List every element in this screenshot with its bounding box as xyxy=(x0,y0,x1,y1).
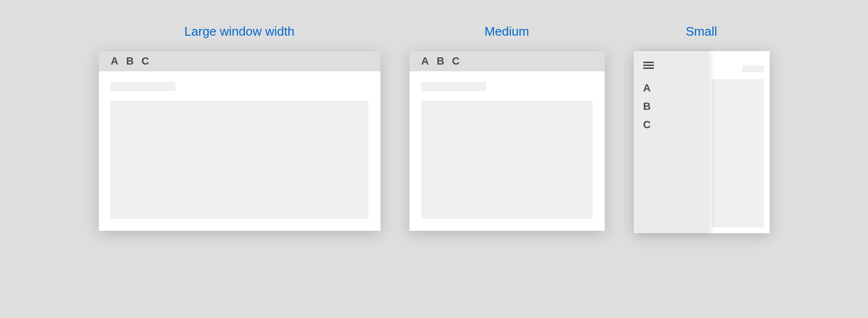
placeholder-body xyxy=(110,101,368,219)
drawer-item-c[interactable]: C xyxy=(643,119,699,131)
caption-large: Large window width xyxy=(184,24,294,39)
window-medium: A B C xyxy=(409,51,605,231)
window-large: A B C xyxy=(99,51,380,231)
drawer-item-b[interactable]: B xyxy=(643,100,699,113)
caption-small: Small xyxy=(686,24,717,39)
diagram-container: Large window width A B C Medium A B C xyxy=(0,0,868,233)
topbar-medium: A B C xyxy=(409,51,605,71)
placeholder-heading xyxy=(742,66,764,72)
svg-rect-2 xyxy=(643,67,654,69)
content-large xyxy=(99,71,380,229)
tab-b[interactable]: B xyxy=(436,55,444,67)
nav-drawer: A B C xyxy=(634,51,709,233)
topbar-large: A B C xyxy=(99,51,380,71)
window-small: A B C xyxy=(634,51,770,233)
tab-b[interactable]: B xyxy=(126,55,134,67)
example-small: Small A B C xyxy=(634,24,770,233)
svg-rect-0 xyxy=(643,62,654,63)
placeholder-body xyxy=(712,79,764,227)
example-large: Large window width A B C xyxy=(99,24,380,231)
placeholder-body xyxy=(421,101,593,219)
content-medium xyxy=(409,71,605,229)
tab-a[interactable]: A xyxy=(421,55,429,67)
tab-c[interactable]: C xyxy=(452,55,460,67)
drawer-item-a[interactable]: A xyxy=(643,82,699,94)
hamburger-icon[interactable] xyxy=(643,62,654,69)
drawer-items: A B C xyxy=(643,82,699,131)
svg-rect-1 xyxy=(643,65,654,66)
tab-c[interactable]: C xyxy=(141,55,149,67)
placeholder-heading xyxy=(110,82,176,91)
small-body: A B C xyxy=(634,51,770,233)
placeholder-heading xyxy=(421,82,486,91)
caption-medium: Medium xyxy=(485,24,529,39)
tab-a[interactable]: A xyxy=(111,55,119,67)
example-medium: Medium A B C xyxy=(409,24,605,231)
